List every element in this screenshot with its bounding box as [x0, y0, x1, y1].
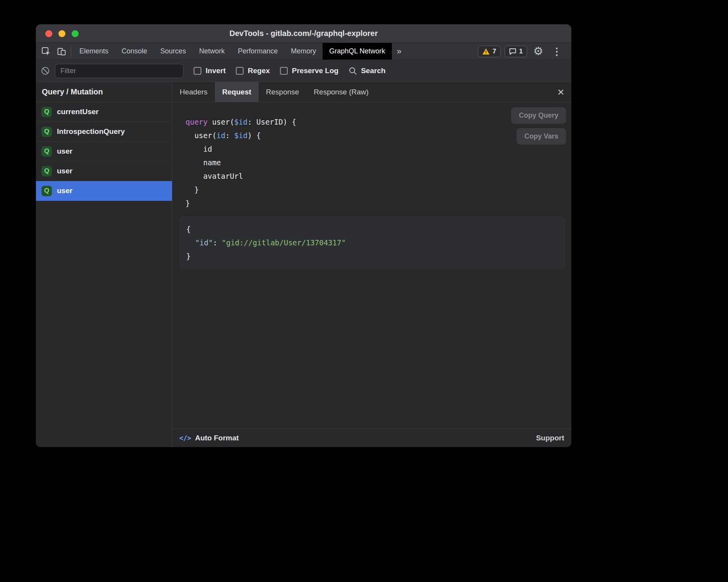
code-token: user(: [185, 131, 216, 140]
copy-buttons: Copy Query Copy Vars: [511, 107, 566, 145]
devtools-tab-bar: ElementsConsoleSourcesNetworkPerformance…: [36, 43, 571, 60]
query-list-item[interactable]: Quser: [36, 142, 172, 161]
more-options-icon[interactable]: ⋮: [549, 46, 564, 56]
tab-memory[interactable]: Memory: [284, 43, 323, 60]
tab-network[interactable]: Network: [192, 43, 231, 60]
support-link[interactable]: Support: [536, 434, 564, 442]
filter-toolbar: InvertRegexPreserve Log Search: [36, 60, 571, 82]
checkbox-preserve-log-box[interactable]: [280, 67, 288, 75]
detail-pane: HeadersRequestResponseResponse (Raw) × C…: [172, 82, 571, 447]
checkbox-regex-box[interactable]: [236, 67, 244, 75]
code-token: :: [213, 238, 222, 247]
traffic-lights: [45, 24, 79, 43]
tab-elements[interactable]: Elements: [73, 43, 115, 60]
code-token: :: [225, 131, 234, 140]
query-sidebar: Query / Mutation QcurrentUserQIntrospect…: [36, 82, 172, 447]
code-token: query: [185, 118, 208, 126]
code-line: id: [185, 142, 565, 156]
inspect-element-icon[interactable]: [41, 47, 51, 56]
code-line: query user($id: UserID) {: [185, 115, 565, 129]
checkbox-invert[interactable]: Invert: [194, 67, 226, 75]
code-line: }: [185, 183, 565, 197]
code-token: {: [186, 225, 191, 233]
code-token: avatarUrl: [185, 172, 243, 180]
query-list-item[interactable]: Quser: [36, 181, 172, 201]
code-line: }: [185, 197, 565, 210]
checkbox-regex[interactable]: Regex: [236, 67, 270, 75]
query-type-badge: Q: [41, 107, 52, 117]
detail-tab-request[interactable]: Request: [215, 82, 259, 102]
detail-tab-bar: HeadersRequestResponseResponse (Raw) ×: [172, 82, 571, 102]
variables-json: { "id": "gid://gitlab/User/13704317"}: [186, 223, 558, 263]
messages-badge[interactable]: 1: [505, 46, 527, 57]
code-token: user(: [208, 118, 234, 126]
search-control[interactable]: Search: [349, 67, 385, 75]
query-type-badge: Q: [41, 166, 52, 176]
filter-input[interactable]: [55, 64, 184, 78]
detail-tabs: HeadersRequestResponseResponse (Raw): [172, 82, 376, 102]
tab-sources[interactable]: Sources: [154, 43, 192, 60]
query-name: currentUser: [57, 108, 99, 116]
maximize-window-button[interactable]: [72, 30, 79, 37]
query-name: user: [57, 147, 72, 156]
code-token: ) {: [247, 131, 261, 140]
warning-icon: [482, 48, 490, 55]
search-label: Search: [361, 67, 385, 75]
code-token: "gid://gitlab/User/13704317": [222, 238, 346, 247]
settings-gear-icon[interactable]: ⚙: [531, 46, 546, 57]
auto-format-button[interactable]: Auto Format: [195, 434, 239, 442]
code-line: user(id: $id) {: [185, 129, 565, 142]
close-detail-icon[interactable]: ×: [550, 82, 571, 102]
query-list: QcurrentUserQIntrospectionQueryQuserQuse…: [36, 102, 172, 201]
search-icon: [349, 67, 357, 75]
query-name: user: [57, 167, 72, 175]
code-token: }: [185, 199, 190, 207]
minimize-window-button[interactable]: [58, 30, 65, 37]
code-line: avatarUrl: [185, 169, 565, 183]
query-list-item[interactable]: QIntrospectionQuery: [36, 122, 172, 142]
tab-graphql-network[interactable]: GraphQL Network: [323, 43, 391, 60]
tab-bar-right-controls: 7 1 ⚙ ⋮: [478, 43, 571, 60]
checkbox-invert-box[interactable]: [194, 67, 201, 75]
code-token: $id: [234, 118, 247, 126]
variables-box: { "id": "gid://gitlab/User/13704317"}: [179, 216, 565, 269]
detail-footer: </> Auto Format Support: [172, 428, 571, 447]
detail-tab-response[interactable]: Response: [259, 82, 307, 102]
code-line: {: [186, 223, 558, 236]
tab-console[interactable]: Console: [115, 43, 154, 60]
close-window-button[interactable]: [45, 30, 52, 37]
copy-query-button[interactable]: Copy Query: [511, 107, 566, 124]
filter-options: InvertRegexPreserve Log: [184, 67, 338, 75]
code-token: id: [185, 145, 212, 153]
sidebar-header: Query / Mutation: [36, 82, 172, 102]
code-token: name: [185, 158, 221, 167]
message-bubble-icon: [509, 48, 517, 55]
query-name: user: [57, 187, 72, 195]
panel-tabs: ElementsConsoleSourcesNetworkPerformance…: [73, 43, 392, 60]
detail-tab-response-raw[interactable]: Response (Raw): [306, 82, 376, 102]
detail-tab-headers[interactable]: Headers: [172, 82, 215, 102]
more-tabs-chevron[interactable]: »: [392, 43, 407, 60]
query-type-badge: Q: [41, 186, 52, 196]
checkbox-label: Regex: [248, 67, 270, 75]
warning-count: 7: [493, 48, 496, 55]
copy-vars-button[interactable]: Copy Vars: [517, 128, 566, 145]
title-bar: DevTools - gitlab.com/-/graphql-explorer: [36, 24, 571, 43]
query-list-item[interactable]: QcurrentUser: [36, 102, 172, 122]
code-line: name: [185, 156, 565, 169]
warnings-badge[interactable]: 7: [478, 46, 500, 57]
code-token: id: [216, 131, 225, 140]
device-toolbar-icon[interactable]: [57, 47, 66, 56]
tab-bar-icons: [36, 43, 71, 60]
checkbox-preserve-log[interactable]: Preserve Log: [280, 67, 338, 75]
tab-performance[interactable]: Performance: [231, 43, 284, 60]
code-token: : UserID) {: [247, 118, 296, 126]
query-list-item[interactable]: Quser: [36, 161, 172, 181]
code-token: "id": [195, 238, 213, 247]
code-line: "id": "gid://gitlab/User/13704317": [186, 236, 558, 250]
code-token: $id: [234, 131, 247, 140]
message-count: 1: [519, 48, 523, 55]
query-name: IntrospectionQuery: [57, 127, 125, 136]
code-token: }: [186, 252, 191, 260]
clear-icon[interactable]: [41, 66, 50, 75]
